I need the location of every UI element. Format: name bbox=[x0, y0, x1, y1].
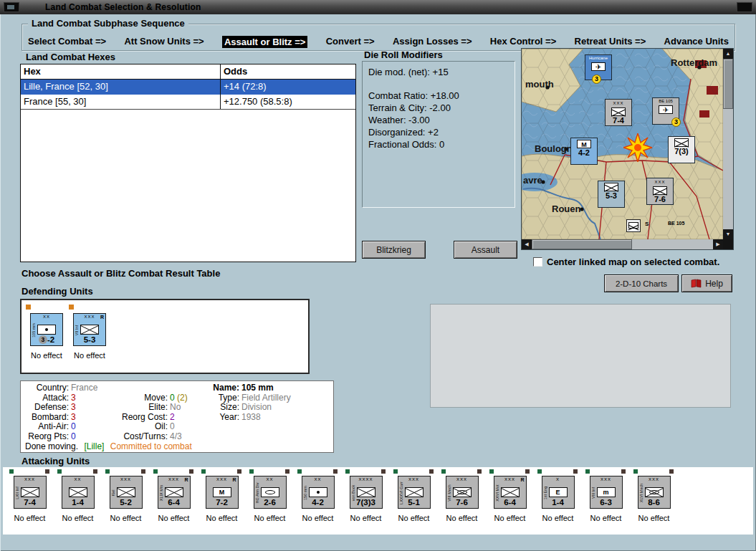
help-button[interactable]: Help bbox=[681, 274, 732, 292]
combat-hexes-header: Hex Odds bbox=[21, 64, 355, 80]
type-value: Field Artillery bbox=[241, 393, 330, 403]
attacking-unit-cell[interactable]: XXX R M 7-2 No effect bbox=[198, 467, 246, 533]
supply-marker-icon bbox=[201, 469, 206, 474]
die-roll-modifiers-panel: Die mod. (net): +15 Combat Ratio: +18.00… bbox=[362, 61, 515, 208]
blitzkrieg-button[interactable]: Blitzkrieg bbox=[362, 241, 426, 259]
horizontal-scroll-track[interactable] bbox=[632, 239, 713, 249]
map-unit-be105[interactable]: BE 105 ✈ 3 bbox=[652, 97, 679, 125]
infantry-symbol bbox=[21, 487, 39, 497]
size-label: Size: bbox=[210, 402, 241, 412]
status-marker-icon bbox=[573, 469, 578, 474]
attacking-unit-cell[interactable]: Kiel XXX 5-2 No effect bbox=[102, 467, 150, 533]
map-unit-4-2[interactable]: M 4-2 bbox=[570, 138, 598, 165]
unit-counter: HG Arm Div XX 2-6 bbox=[254, 476, 287, 509]
subphase-step-advance-units: Advance Units bbox=[664, 36, 729, 48]
year-value: 1938 bbox=[241, 412, 330, 422]
table-row-lille[interactable]: Lille, France [52, 30] +14 (72:8) bbox=[21, 80, 355, 95]
combat-result: No effect bbox=[534, 514, 582, 522]
supply-marker-icon bbox=[585, 469, 590, 474]
reorg-cost-label: Reorg Cost: bbox=[110, 412, 170, 422]
unit-counter: von Bock XXXX 7(3)3 bbox=[350, 476, 383, 509]
supply-marker-icon bbox=[537, 469, 542, 474]
center-map-option: Center linked map on selected combat. bbox=[533, 257, 719, 267]
attacking-unit-cell[interactable]: VIII Mech XXX 7-6 No effect bbox=[438, 467, 486, 533]
map-unit-7-4[interactable]: XXX 7-4 bbox=[605, 99, 632, 126]
center-map-checkbox[interactable] bbox=[533, 257, 542, 267]
attacking-unit-cell[interactable]: LXII Inf XXX 7-4 No effect bbox=[6, 467, 54, 533]
scrollbar-corner bbox=[723, 239, 733, 249]
scroll-down-button[interactable]: ▼ bbox=[723, 229, 733, 239]
assault-button[interactable]: Assault bbox=[454, 241, 517, 259]
map-panel[interactable]: Rotterdam mouth Boulogne avre Rouen Hurr… bbox=[521, 48, 734, 250]
attacking-unit-cell[interactable]: HG Arm Div XX 2-6 No effect bbox=[246, 467, 294, 533]
subphase-sequence-title: Land Combat Subphase Sequence bbox=[28, 18, 188, 29]
map-view[interactable]: Rotterdam mouth Boulogne avre Rouen Hurr… bbox=[522, 49, 723, 239]
close-button[interactable] bbox=[737, 2, 752, 12]
horizontal-scroll-thumb[interactable] bbox=[532, 239, 632, 249]
defending-unit-cell[interactable]: 105 mm XX 3-2 No effect bbox=[24, 305, 69, 372]
attacking-unit-cell[interactable]: von Bock XXXX 7(3)3 No effect bbox=[342, 467, 390, 533]
scroll-right-button[interactable]: ▶ bbox=[713, 239, 723, 249]
attacking-unit-cell[interactable]: 1st Eng X E 1-4 No effect bbox=[534, 467, 582, 533]
unit-strength: 5-3 bbox=[74, 335, 105, 345]
map-unit-hurricane[interactable]: Hurricane ✈ 3 bbox=[585, 54, 612, 80]
subphase-step-assign-losses: Assign Losses => bbox=[393, 36, 472, 48]
combat-result: No effect bbox=[198, 514, 246, 522]
move-label: Move: bbox=[110, 393, 170, 403]
unit-counter: XXVI Mot XXX R 6-4 bbox=[494, 476, 527, 509]
defense-label: Defense: bbox=[24, 402, 71, 412]
map-horizontal-scrollbar[interactable]: ◀ ▶ bbox=[522, 239, 723, 249]
attacking-units-title: Attacking Units bbox=[21, 456, 90, 466]
city-label-mouth: mouth bbox=[525, 79, 554, 90]
attacking-unit-cell[interactable]: XXVI Mot XXX R 6-4 No effect bbox=[486, 467, 534, 533]
mod-terrain-city: Terrain & City: -2.00 bbox=[368, 102, 509, 114]
odds-cell: +12.750 (58.5:8) bbox=[221, 95, 355, 109]
help-book-icon bbox=[691, 279, 702, 288]
attacking-unit-cell[interactable]: VIII Inf XXX m 6-3 No effect bbox=[582, 467, 630, 533]
garrison-symbol bbox=[405, 487, 424, 497]
attacking-unit-cell[interactable]: XLIX Mts XXX R 6-4 No effect bbox=[150, 467, 198, 533]
scroll-left-button[interactable]: ◀ bbox=[522, 239, 532, 249]
supply-marker-icon bbox=[249, 469, 254, 474]
map-unit-small[interactable] bbox=[626, 219, 641, 232]
unit-counter: 105 mm XX 3-2 bbox=[30, 313, 63, 346]
scroll-up-button[interactable]: ▲ bbox=[723, 49, 733, 59]
status-marker-icon bbox=[285, 469, 290, 474]
table-row-france[interactable]: France [55, 30] +12.750 (58.5:8) bbox=[21, 95, 355, 110]
charts-button[interactable]: 2-D-10 Charts bbox=[604, 274, 679, 292]
year-label: Year: bbox=[210, 412, 241, 422]
status-marker-icon bbox=[525, 469, 530, 474]
supply-marker-icon bbox=[393, 469, 398, 474]
status-marker-icon bbox=[381, 469, 386, 474]
attacking-unit-cell[interactable]: LXXXVI Garr XXX 5-1 No effect bbox=[390, 467, 438, 533]
column-header-odds: Odds bbox=[221, 64, 355, 79]
supply-marker-icon bbox=[57, 469, 62, 474]
unit-counter: VII Inf XXX R 5-3 bbox=[73, 313, 106, 346]
attacking-unit-cell[interactable]: XX 1-4 No effect bbox=[54, 467, 102, 533]
bombard-value: 3 bbox=[71, 412, 110, 422]
defending-units-title: Defending Units bbox=[21, 286, 93, 297]
map-unit-7-3[interactable]: 7(3) bbox=[668, 136, 695, 163]
mod-fractional-odds: Fractional Odds: 0 bbox=[368, 138, 509, 150]
vertical-scroll-track[interactable] bbox=[723, 109, 733, 229]
supply-marker-icon bbox=[441, 469, 446, 474]
map-vertical-scrollbar[interactable]: ▲ ▼ bbox=[723, 49, 733, 239]
defending-unit-cell[interactable]: VII Inf XXX R 5-3 No effect bbox=[67, 305, 112, 372]
map-unit-7-6[interactable]: XXX 7-6 bbox=[646, 178, 674, 205]
combat-result: No effect bbox=[102, 514, 150, 522]
attack-label: Attack: bbox=[24, 393, 71, 403]
subphase-step-select-combat: Select Combat => bbox=[28, 36, 106, 48]
attacking-unit-cell[interactable]: XLVI Mech XXX 8-6 No effect bbox=[630, 467, 678, 533]
size-value: Division bbox=[241, 402, 330, 412]
status-marker-icon bbox=[333, 469, 338, 474]
status-marker-icon bbox=[477, 469, 482, 474]
strength-badge: 3 bbox=[592, 75, 601, 84]
mod-disorganized: Disorganized: +2 bbox=[368, 126, 509, 138]
attacking-unit-cell[interactable]: 150 mm XX 4-2 No effect bbox=[294, 467, 342, 533]
status-marker-icon bbox=[141, 469, 145, 474]
combat-explosion-icon bbox=[623, 133, 652, 162]
infantry-symbol bbox=[604, 183, 618, 191]
map-unit-5-3[interactable]: 5-3 bbox=[598, 181, 625, 208]
vertical-scroll-thumb[interactable] bbox=[723, 59, 733, 109]
type-label: Type: bbox=[210, 393, 241, 403]
